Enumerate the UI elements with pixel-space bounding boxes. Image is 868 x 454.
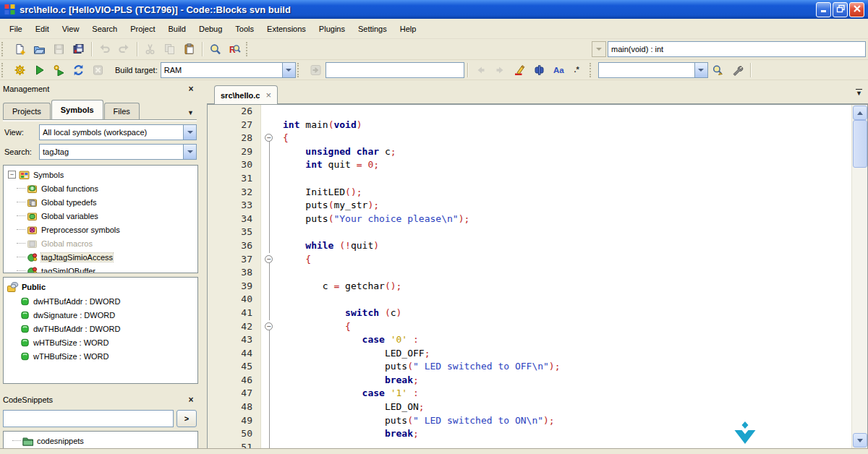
code-line[interactable]: 48 LED_ON; (208, 401, 852, 414)
code-line[interactable]: 30 int quit = 0; (208, 158, 852, 172)
code-editor-surface[interactable]: 2627int main(void)28−{29 unsigned char c… (208, 105, 852, 448)
options-button[interactable] (728, 61, 747, 80)
tree-item-global-variables[interactable]: Global variables (4, 209, 197, 223)
code-line[interactable]: 31 (208, 172, 852, 186)
menu-extensions[interactable]: Extensions (260, 22, 312, 36)
editor-vertical-scrollbar[interactable] (851, 105, 867, 448)
build-button[interactable] (10, 61, 30, 80)
new-file-button[interactable] (10, 40, 30, 59)
tab-list-dropdown-icon[interactable]: ▼ (856, 89, 862, 97)
toolbar-grip[interactable] (590, 63, 596, 77)
menu-project[interactable]: Project (124, 22, 161, 36)
find-in-files-button[interactable]: R (225, 40, 244, 59)
toolbar-grip[interactable] (246, 42, 252, 56)
goto-button[interactable] (529, 61, 549, 80)
code-line[interactable]: 44 LED_OFF; (208, 347, 852, 361)
scroll-down-button[interactable] (853, 433, 867, 447)
chevron-down-icon[interactable] (282, 63, 295, 77)
menu-plugins[interactable]: Plugins (312, 22, 352, 36)
code-line[interactable]: 26 (208, 105, 852, 119)
minimize-button[interactable] (816, 2, 831, 17)
tab-list-dropdown-icon[interactable]: ▼ (187, 109, 197, 119)
code-line[interactable]: 46 break; (208, 374, 852, 387)
paste-button[interactable] (179, 40, 199, 59)
member-row[interactable]: wHTBufSize : WORD (4, 335, 197, 349)
rebuild-button[interactable] (69, 61, 88, 80)
code-line[interactable]: 29 unsigned char c; (208, 145, 852, 159)
fold-margin[interactable]: − (261, 253, 278, 267)
code-line[interactable]: 34 puts("Your choice please\n"); (208, 213, 852, 226)
toolbar-grip[interactable] (1, 63, 8, 77)
highlight-button[interactable] (510, 61, 529, 80)
code-line[interactable]: 39 c = getchar(); (208, 280, 852, 294)
build-and-run-button[interactable] (49, 61, 69, 80)
chevron-down-icon[interactable] (183, 125, 196, 140)
regex-button[interactable]: .* (569, 61, 588, 80)
tab-close-icon[interactable]: × (265, 92, 271, 99)
code-line[interactable]: 37− { (208, 253, 852, 267)
symbol-scope-dropdown[interactable] (592, 41, 606, 57)
tree-item-global-functions[interactable]: Global functions (4, 181, 197, 195)
menu-tools[interactable]: Tools (229, 22, 260, 36)
tree-item-tagjtagsimioaccess[interactable]: tagJtagSimioAccess (4, 250, 197, 264)
menu-edit[interactable]: Edit (29, 22, 56, 36)
tree-item-symbols[interactable]: −Symbols (4, 168, 197, 181)
view-combo[interactable]: All local symbols (workspace) (39, 124, 197, 140)
incremental-search-combo[interactable] (598, 62, 708, 78)
scroll-up-button[interactable] (853, 106, 867, 120)
code-line[interactable]: 33 puts(my_str); (208, 199, 852, 213)
menu-view[interactable]: View (56, 22, 86, 36)
scrollbar-thumb[interactable] (853, 120, 867, 168)
chevron-down-icon[interactable] (694, 63, 707, 77)
fold-collapse-icon[interactable]: − (265, 255, 273, 263)
codesnippets-search-input[interactable] (3, 410, 174, 427)
collapse-icon[interactable]: − (8, 171, 16, 179)
management-close-button[interactable]: × (185, 83, 197, 95)
code-line[interactable]: 47 case '1' : (208, 387, 852, 401)
code-line[interactable]: 27int main(void) (208, 119, 852, 132)
member-row[interactable]: dwHTBufAddr : DWORD (4, 294, 197, 308)
code-line[interactable]: 38 (208, 266, 852, 280)
tab-symbols[interactable]: Symbols (51, 100, 103, 119)
menu-settings[interactable]: Settings (352, 22, 393, 36)
open-file-button[interactable] (30, 40, 49, 59)
member-row[interactable]: dwSignature : DWORD (4, 308, 197, 322)
build-target-combo[interactable]: RAM (161, 62, 296, 78)
member-row[interactable]: wTHBufSize : WORD (4, 349, 197, 363)
menu-build[interactable]: Build (161, 22, 192, 36)
code-line[interactable]: 45 puts(" LED switched to OFF\n"); (208, 360, 852, 374)
toolbar-grip[interactable] (297, 63, 304, 77)
menu-file[interactable]: File (3, 22, 29, 36)
incremental-search-button[interactable] (708, 61, 728, 80)
codesnippets-go-button[interactable]: > (176, 410, 197, 427)
run-button[interactable] (30, 61, 49, 80)
symbol-search-combo[interactable]: tagJtag (39, 144, 197, 160)
code-line[interactable]: 43 case '0' : (208, 333, 852, 347)
debug-command-input[interactable] (326, 62, 464, 78)
code-line[interactable]: 32 InitLED(); (208, 186, 852, 200)
tree-item-preprocessor-symbols[interactable]: Preprocessor symbols (4, 223, 197, 236)
tree-item-global-typedefs[interactable]: Global typedefs (4, 195, 197, 209)
chevron-down-icon[interactable] (183, 145, 196, 159)
codesnippets-close-button[interactable]: × (185, 394, 197, 406)
tab-files[interactable]: Files (104, 103, 140, 119)
save-all-button[interactable] (69, 40, 88, 59)
code-line[interactable]: 41 switch (c) (208, 307, 852, 320)
menu-help[interactable]: Help (393, 22, 423, 36)
fold-margin[interactable]: − (261, 320, 278, 334)
tab-projects[interactable]: Projects (3, 103, 51, 119)
tree-item-global-macros[interactable]: Global macros (4, 236, 197, 250)
menu-debug[interactable]: Debug (192, 22, 229, 36)
fold-collapse-icon[interactable]: − (265, 322, 273, 330)
code-line[interactable]: 28−{ (208, 132, 852, 145)
code-line[interactable]: 35 (208, 226, 852, 239)
code-line[interactable]: 36 while (!quit) (208, 239, 852, 253)
match-case-button[interactable]: Aa (549, 61, 569, 80)
symbol-browser-combo[interactable]: main(void) : int (608, 41, 866, 57)
code-line[interactable]: 42− { (208, 320, 852, 334)
tree-item-codesnippets[interactable]: codesnippets (4, 434, 197, 447)
find-button[interactable] (205, 40, 225, 59)
close-button[interactable] (849, 2, 864, 17)
menu-search[interactable]: Search (85, 22, 124, 36)
restore-button[interactable] (833, 2, 848, 17)
